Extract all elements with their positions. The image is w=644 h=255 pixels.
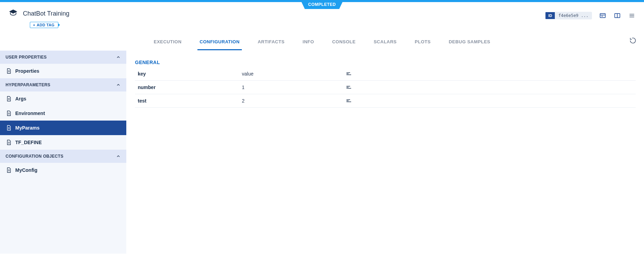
tab-scalars[interactable]: SCALARS [372,36,399,50]
svg-rect-0 [600,14,605,18]
chevron-up-icon [116,82,121,87]
sidebar-item-args[interactable]: Args [0,91,126,106]
sidebar-item-label: MyParams [15,125,40,131]
document-icon [6,68,12,74]
row-action-icon[interactable] [346,85,353,89]
sidebar-section-title: CONFIGURATION OBJECTS [6,154,63,159]
tab-execution[interactable]: EXECUTION [152,36,184,50]
params-table: key value number 1 test 2 [135,67,636,108]
tab-bar: EXECUTION CONFIGURATION ARTIFACTS INFO C… [0,28,644,51]
document-icon [6,110,12,116]
sidebar-section-title: USER PROPERTIES [6,55,47,60]
id-badge-label: ID [545,12,555,19]
content-section-title: GENERAL [135,60,636,65]
tab-console[interactable]: CONSOLE [330,36,358,50]
config-main-panel: GENERAL key value number 1 test 2 [127,51,644,254]
param-key: key [135,67,239,81]
sidebar-section-title: HYPERPARAMETERS [6,82,50,87]
param-value: value [239,67,343,81]
sidebar-item-label: MyConfig [15,167,37,173]
row-action-icon[interactable] [346,71,353,76]
config-sidebar: USER PROPERTIES Properties HYPERPARAMETE… [0,51,127,254]
menu-icon[interactable] [628,12,636,19]
sidebar-section-config-objects[interactable]: CONFIGURATION OBJECTS [0,150,126,163]
param-value: 2 [239,94,343,108]
id-badge-value: f4e6e5e9 ... [555,12,592,19]
document-icon [6,125,12,131]
param-value: 1 [239,81,343,94]
add-tag-label: ADD TAG [37,23,54,27]
sidebar-item-properties[interactable]: Properties [0,64,126,78]
document-icon [6,139,12,146]
sidebar-item-environment[interactable]: Environment [0,106,126,121]
sidebar-item-label: Environment [15,111,45,116]
layout-split-icon[interactable] [613,12,621,19]
table-row: test 2 [135,94,636,108]
document-icon [6,96,12,102]
plus-icon: + [33,23,35,27]
tab-info[interactable]: INFO [300,36,316,50]
experiment-icon [8,8,18,19]
chevron-up-icon [116,55,121,60]
param-key: test [135,94,239,108]
sidebar-section-hyperparameters[interactable]: HYPERPARAMETERS [0,78,126,91]
refresh-icon[interactable] [629,37,637,45]
table-row: number 1 [135,81,636,94]
details-panel-icon[interactable] [599,12,607,19]
experiment-id-chip[interactable]: ID f4e6e5e9 ... [545,12,592,19]
param-key: number [135,81,239,94]
table-row: key value [135,67,636,81]
tab-debug-samples[interactable]: DEBUG SAMPLES [447,36,492,50]
tab-configuration[interactable]: CONFIGURATION [197,36,242,50]
chevron-up-icon [116,154,121,159]
row-action-icon[interactable] [346,98,353,103]
document-icon [6,167,12,173]
tab-plots[interactable]: PLOTS [413,36,433,50]
sidebar-item-label: TF_DEFINE [15,140,42,145]
sidebar-item-label: Args [15,96,26,102]
sidebar-item-label: Properties [15,68,39,74]
sidebar-section-user-properties[interactable]: USER PROPERTIES [0,51,126,64]
page-title: ChatBot Training [23,10,69,17]
sidebar-item-tfdefine[interactable]: TF_DEFINE [0,135,126,150]
sidebar-item-myparams[interactable]: MyParams [0,121,126,135]
tab-artifacts[interactable]: ARTIFACTS [256,36,287,50]
add-tag-button[interactable]: + ADD TAG [30,22,58,28]
sidebar-item-myconfig[interactable]: MyConfig [0,163,126,177]
page-header: ChatBot Training + ADD TAG ID f4e6e5e9 .… [0,2,644,28]
